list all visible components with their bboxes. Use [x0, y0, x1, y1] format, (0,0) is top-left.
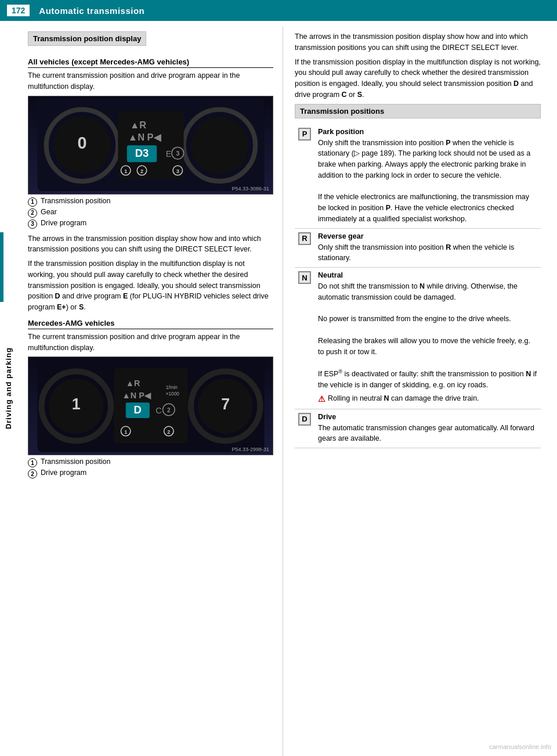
table-row-p: P Park position Only shift the transmiss… [295, 124, 541, 229]
svg-text:3: 3 [176, 150, 179, 157]
pos-p-content: Park position Only shift the transmissio… [314, 124, 541, 229]
svg-text:▲R: ▲R [125, 379, 140, 388]
pos-p-title: Park position [318, 128, 537, 136]
left-column: Transmission position display All vehicl… [16, 27, 283, 756]
callout-item: 3 Drive program [28, 219, 273, 229]
svg-text:C: C [155, 406, 161, 415]
callout-label-2: Gear [41, 208, 57, 216]
callout-num-1: 1 [28, 197, 37, 207]
warning-text: Rolling in neutral N can damage the driv… [328, 393, 479, 404]
subsection2-title: Mercedes-AMG vehicles [28, 319, 273, 329]
pos-n-title: Neutral [318, 271, 537, 279]
callout-item: 1 Transmission position [28, 458, 273, 467]
svg-text:2: 2 [167, 407, 171, 413]
callout-label-1: Transmission position [41, 197, 110, 205]
pos-n-desc: Do not shift the transmission to N while… [318, 281, 537, 405]
table-row-n: N Neutral Do not shift the transmission … [295, 268, 541, 409]
sidebar-accent [0, 232, 3, 302]
right-intro-1: The arrows in the transmission position … [295, 31, 541, 53]
pos-r-content: Reverse gear Only shift the transmission… [314, 228, 541, 268]
callout-label-2-2: Drive program [41, 469, 86, 477]
svg-text:0: 0 [77, 134, 86, 152]
pos-n-content: Neutral Do not shift the transmission to… [314, 268, 541, 409]
badge-p: P [298, 128, 311, 141]
svg-text:1: 1 [124, 429, 127, 435]
svg-text:1/min: 1/min [165, 386, 178, 391]
badge-r: R [298, 232, 311, 245]
svg-text:▲R: ▲R [129, 120, 146, 130]
svg-rect-6 [118, 110, 183, 179]
page-number: 172 [7, 5, 30, 16]
svg-text:▲N P◀: ▲N P◀ [128, 132, 161, 142]
callout-item: 2 Gear [28, 208, 273, 218]
svg-text:E: E [165, 149, 171, 159]
section-header-left: Transmission position display [28, 31, 146, 46]
callout-item: 2 Drive program [28, 469, 273, 478]
cluster-image-2: 1 7 ▲R ▲N P◀ 1/min ×1000 D C 2 [28, 357, 273, 455]
badge-d: D [298, 413, 311, 426]
cluster-ref-2: P54.33-2998-31 [232, 447, 269, 452]
svg-text:2: 2 [167, 429, 170, 435]
callout-num-3: 3 [28, 219, 37, 229]
right-intro-2: If the transmission position display in … [295, 57, 541, 100]
svg-text:2: 2 [140, 168, 143, 174]
callout-label-2-1: Transmission position [41, 458, 110, 466]
table-row-d: D Drive The automatic transmission chang… [295, 409, 541, 448]
cluster-svg-1: 0 ▲R ▲N P◀ D3 E 3 1 [35, 99, 267, 192]
body-text-2: If the transmission position display in … [28, 258, 273, 313]
page-title: Automatic transmission [39, 6, 144, 16]
sidebar-label-text: Driving and parking [4, 347, 13, 429]
subsection1-intro: The current transmission position and dr… [28, 70, 273, 92]
callout-label-3: Drive program [41, 219, 86, 227]
sidebar-label: Driving and parking [0, 21, 16, 756]
section-header-right: Transmission positions [295, 104, 541, 118]
svg-text:D3: D3 [135, 147, 149, 159]
pos-d-desc: The automatic transmission changes gear … [318, 423, 537, 445]
transmission-positions-table: P Park position Only shift the transmiss… [295, 124, 541, 449]
subsection1-title: All vehicles (except Mercedes-AMG vehicl… [28, 57, 273, 68]
cluster-ref-1: P54.33-3086-31 [232, 186, 269, 192]
svg-point-5 [190, 117, 248, 174]
callout-num-2-1: 1 [28, 458, 37, 467]
svg-text:1: 1 [71, 396, 80, 413]
badge-n: N [298, 271, 311, 284]
svg-text:×1000: ×1000 [165, 391, 179, 397]
pos-d-title: Drive [318, 413, 537, 421]
body-text-1: The arrows in the transmission position … [28, 233, 273, 255]
svg-text:D: D [133, 404, 141, 416]
svg-text:7: 7 [221, 396, 230, 413]
svg-text:1: 1 [124, 168, 127, 174]
warning-neutral: ⚠ Rolling in neutral N can damage the dr… [318, 393, 537, 405]
warning-icon: ⚠ [318, 393, 325, 405]
svg-text:▲N P◀: ▲N P◀ [122, 391, 151, 400]
cluster-image-1: 0 ▲R ▲N P◀ D3 E 3 1 [28, 96, 273, 195]
subsection2-intro: The current transmission position and dr… [28, 332, 273, 354]
table-row-r: R Reverse gear Only shift the transmissi… [295, 228, 541, 268]
callout-list-1: 1 Transmission position 2 Gear 3 Drive p… [28, 197, 273, 229]
main-content: Transmission position display All vehicl… [16, 21, 557, 756]
callout-num-2-2: 2 [28, 469, 37, 478]
cluster-svg-2: 1 7 ▲R ▲N P◀ 1/min ×1000 D C 2 [35, 359, 267, 452]
right-column: The arrows in the transmission position … [283, 27, 550, 756]
callout-item: 1 Transmission position [28, 197, 273, 207]
pos-p-desc: Only shift the transmission into positio… [318, 138, 537, 225]
callout-num-2: 2 [28, 208, 37, 218]
pos-d-content: Drive The automatic transmission changes… [314, 409, 541, 448]
pos-r-title: Reverse gear [318, 232, 537, 240]
pos-r-desc: Only shift the transmission into positio… [318, 242, 537, 264]
watermark: carmanualsonline.info [489, 743, 551, 750]
svg-text:3: 3 [176, 168, 179, 174]
callout-list-2: 1 Transmission position 2 Drive program [28, 458, 273, 478]
header-bar: 172 Automatic transmission [0, 0, 557, 21]
